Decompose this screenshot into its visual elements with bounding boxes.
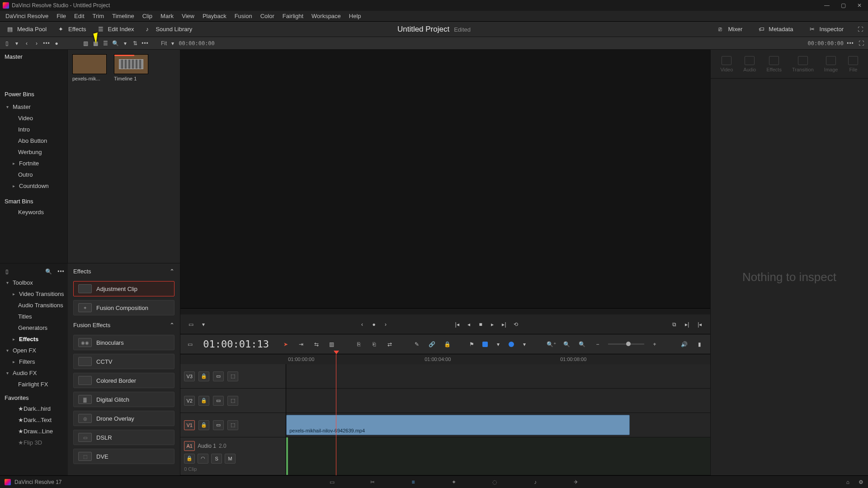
inspector-button[interactable]: ✂ Inspector (806, 24, 847, 35)
bin-item[interactable]: ▸Countdown (0, 180, 67, 192)
gear-icon[interactable]: ⚙ (859, 479, 863, 485)
timeline-clip[interactable]: pexels-mikhail-nilov-6942639.mp4 (286, 415, 630, 435)
search-icon[interactable]: 🔍 (111, 39, 119, 47)
audio-track-a1[interactable]: A1 Audio 1 2.0 🔒 ◠ S M 0 Clip (180, 437, 710, 475)
bin-item[interactable]: Intro (0, 124, 67, 135)
zoom-fit[interactable]: Fit (161, 40, 167, 47)
go-out-icon[interactable]: |◂ (696, 320, 704, 328)
home-icon[interactable]: ⌂ (846, 479, 849, 485)
fx-tree-item-selected[interactable]: ▸Effects (0, 333, 68, 345)
lock-icon[interactable]: 🔒 (443, 339, 453, 349)
zoom-out-button[interactable]: − (593, 339, 603, 349)
fx-item[interactable]: CCTV (73, 354, 175, 369)
track-dest-button[interactable]: A1 (184, 441, 195, 451)
effects-button[interactable]: ✦ Effects (55, 24, 90, 35)
chevron-down-icon[interactable]: ▾ (121, 39, 129, 47)
menu-item[interactable]: Edit (71, 11, 88, 21)
view-strip-icon[interactable]: ▥ (81, 39, 90, 47)
fx-tree-item[interactable]: Titles (0, 311, 68, 322)
clip-thumb[interactable]: Timeline 1 (114, 54, 148, 81)
fx-tree-item[interactable]: Audio Transitions (0, 300, 68, 311)
fx-tree-item[interactable]: ▸Video Transitions (0, 288, 68, 300)
track-lock-button[interactable]: 🔒 (198, 371, 209, 381)
panel-toggle-icon[interactable]: ▯ (3, 267, 11, 276)
track-lock-button[interactable]: 🔒 (184, 454, 195, 464)
keyframe-dot-icon[interactable]: ● (370, 320, 378, 328)
fx-item[interactable]: ▓Digital Glitch (73, 392, 175, 407)
mixer-button[interactable]: ⎚ Mixer (715, 24, 746, 35)
menu-item[interactable]: DaVinci Resolve (2, 11, 52, 21)
volume-icon[interactable]: 🔊 (679, 339, 689, 349)
fx-item[interactable]: ⬚DVE (73, 449, 175, 464)
fav-item[interactable]: ★ Draw...Line (0, 426, 68, 437)
dynamic-trim-icon[interactable]: ⇆ (311, 339, 321, 349)
more-icon[interactable]: ••• (846, 39, 854, 47)
zoom-slider[interactable] (608, 343, 644, 345)
zoom-in-button[interactable]: + (650, 339, 660, 349)
first-frame-button[interactable]: |◂ (453, 320, 461, 328)
track-solo-button[interactable]: S (211, 454, 222, 464)
timeline-view-icon[interactable]: ▭ (186, 340, 194, 348)
fav-item[interactable]: ★ Dark...hird (0, 403, 68, 414)
go-in-icon[interactable]: ▸| (683, 320, 691, 328)
fx-tree-item[interactable]: Generators (0, 322, 68, 333)
inspector-tab-transition[interactable]: Transition (792, 56, 814, 72)
fav-item[interactable]: ★ Dark...Text (0, 414, 68, 426)
track-auto-button[interactable]: ⬚ (227, 371, 238, 381)
menu-item[interactable]: Color (257, 11, 278, 21)
last-frame-button[interactable]: ▸| (500, 320, 508, 328)
view-thumb-icon[interactable]: ▦ (91, 39, 99, 47)
fx-item[interactable]: ◉◉Binoculars (73, 335, 175, 350)
track-mute-button[interactable]: M (225, 454, 236, 464)
menu-item[interactable]: Timeline (108, 11, 138, 21)
fx-item[interactable]: ◎Drone Overlay (73, 411, 175, 426)
bin-item[interactable]: Werbung (0, 146, 67, 158)
fx-item-adjustment-clip[interactable]: Adjustment Clip (73, 281, 175, 296)
video-track-v1[interactable]: V1 🔒 ▭ ⬚ pexels-mikhail-nilov-6942639.mp… (180, 413, 710, 437)
track-lock-button[interactable]: 🔒 (198, 396, 209, 406)
bin-item[interactable]: Outro (0, 169, 67, 180)
track-dest-button[interactable]: V1 (184, 420, 195, 430)
selection-tool-icon[interactable]: ➤ (281, 339, 291, 349)
viewer-mode-icon[interactable]: ▭ (187, 320, 195, 328)
track-auto-button[interactable]: ⬚ (227, 420, 238, 430)
nav-back-button[interactable]: ‹ (23, 39, 31, 47)
page-color-icon[interactable]: ◌ (490, 479, 499, 486)
track-enable-button[interactable]: ▭ (213, 371, 224, 381)
panel-toggle-icon[interactable]: ▯ (3, 39, 11, 47)
chevron-down-icon[interactable]: ▾ (13, 39, 21, 47)
record-icon[interactable]: ● (52, 39, 61, 47)
menu-item[interactable]: Mark (157, 11, 177, 21)
menu-item[interactable]: Help (345, 11, 365, 21)
viewer-scrubber[interactable] (180, 308, 710, 314)
page-fusion-icon[interactable]: ✦ (449, 479, 458, 486)
fx-category-fusion[interactable]: Fusion Effects ⌃ (68, 317, 180, 333)
page-cut-icon[interactable]: ✂ (368, 479, 377, 486)
marker-color[interactable] (509, 342, 514, 347)
fx-tree-item[interactable]: ▸Filters (0, 356, 68, 367)
inspector-tab-effects[interactable]: Effects (767, 56, 782, 72)
flag-icon[interactable]: ⚑ (467, 339, 477, 349)
track-dest-button[interactable]: V2 (184, 396, 195, 406)
menu-item[interactable]: File (53, 11, 70, 21)
inspector-tab-file[interactable]: File (848, 56, 858, 72)
fx-tree-item[interactable]: ▾Open FX (0, 345, 68, 356)
track-auto-button[interactable]: ⬚ (227, 396, 238, 406)
edit-index-button[interactable]: ☰ Edit Index (94, 24, 138, 35)
next-keyframe-icon[interactable]: › (382, 320, 390, 328)
expand-icon[interactable]: ⛶ (856, 25, 864, 33)
play-button[interactable]: ▸ (488, 320, 496, 328)
zoom-custom-icon[interactable]: 🔍 (577, 339, 587, 349)
window-maximize-button[interactable]: ▢ (840, 2, 846, 9)
inspector-tab-video[interactable]: Video (720, 56, 733, 72)
sort-icon[interactable]: ⇅ (131, 39, 139, 47)
fx-tree-item[interactable]: Fairlight FX (0, 379, 68, 390)
inspector-tab-image[interactable]: Image (824, 56, 838, 72)
window-minimize-button[interactable]: — (824, 2, 830, 9)
clip-thumb[interactable]: pexels-mik... (72, 54, 107, 81)
zoom-preset-icon[interactable]: 🔍⁺ (547, 339, 557, 349)
track-curve-button[interactable]: ◠ (198, 454, 208, 464)
insert-icon[interactable]: ⎘ (354, 339, 364, 349)
fx-item[interactable]: ▭DSLR (73, 430, 175, 445)
metadata-button[interactable]: 🏷 Metadata (755, 24, 797, 35)
